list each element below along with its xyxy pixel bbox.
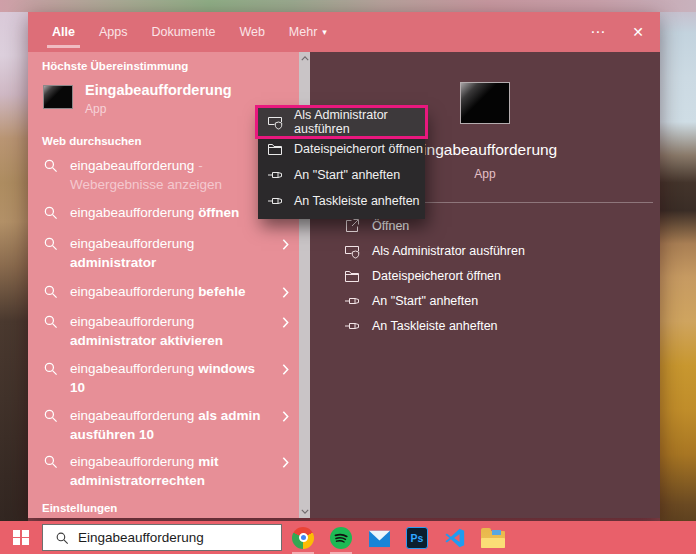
preview-app-subtitle: App xyxy=(474,167,495,181)
web-suggestion[interactable]: eingabeaufforderung administrator aktivi… xyxy=(28,308,299,354)
action-open-file-location[interactable]: Dateispeicherort öffnen xyxy=(310,263,660,288)
search-icon xyxy=(43,282,70,303)
chevron-right-icon[interactable] xyxy=(273,359,297,380)
taskbar-mail[interactable] xyxy=(360,521,398,554)
web-suggestion[interactable]: eingabeaufforderung mit administratorrec… xyxy=(28,448,299,494)
search-icon xyxy=(43,203,70,224)
search-flyout-panel: Alle Apps Dokumente Web Mehr ▾ ⋯ ✕ Höchs… xyxy=(28,12,660,518)
mail-icon xyxy=(368,528,391,548)
search-input[interactable] xyxy=(78,530,281,545)
taskbar-search-box[interactable] xyxy=(42,524,282,551)
taskbar-app-icons: Ps xyxy=(284,521,512,554)
desktop-wallpaper xyxy=(0,0,28,554)
open-icon xyxy=(344,218,361,234)
suggestion-text: eingabeaufforderung administrator aktivi… xyxy=(70,312,273,350)
suggestion-text: eingabeaufforderung administrator xyxy=(70,234,273,272)
chevron-right-icon[interactable] xyxy=(273,406,297,427)
preview-actions: Öffnen Als Administrator ausführen Datei… xyxy=(310,213,660,338)
tab-apps[interactable]: Apps xyxy=(93,12,134,52)
cmd-icon xyxy=(460,82,510,124)
action-pin-to-start[interactable]: An "Start" anheften xyxy=(310,288,660,313)
taskbar-spotify[interactable] xyxy=(322,521,360,554)
cmd-icon xyxy=(43,85,73,109)
web-suggestion[interactable]: eingabeaufforderung befehle xyxy=(28,277,299,308)
action-pin-to-taskbar[interactable]: An Taskleiste anheften xyxy=(310,313,660,338)
taskbar-photoshop[interactable]: Ps xyxy=(398,521,436,554)
section-best-match: Höchste Übereinstimmung xyxy=(28,52,299,77)
admin-shield-icon xyxy=(344,243,361,259)
preview-app-title: Eingabeaufforderung xyxy=(413,141,558,159)
file-explorer-icon xyxy=(481,531,505,548)
search-tabs-header: Alle Apps Dokumente Web Mehr ▾ ⋯ ✕ xyxy=(28,12,660,52)
best-match-title: Eingabeaufforderung xyxy=(85,82,232,98)
best-match-subtitle: App xyxy=(85,102,232,116)
chevron-right-icon[interactable] xyxy=(273,452,297,473)
folder-icon xyxy=(344,268,361,284)
pin-icon xyxy=(267,167,284,183)
tab-alle[interactable]: Alle xyxy=(46,12,81,52)
close-icon[interactable]: ✕ xyxy=(632,24,644,40)
chrome-icon xyxy=(292,527,314,549)
web-suggestion[interactable]: eingabeaufforderung windows 10 xyxy=(28,354,299,402)
more-options-icon[interactable]: ⋯ xyxy=(590,23,606,41)
chevron-right-icon[interactable] xyxy=(273,282,297,303)
web-suggestion[interactable]: eingabeaufforderung administrator xyxy=(28,229,299,277)
search-icon xyxy=(43,156,70,177)
suggestion-text: eingabeaufforderung windows 10 xyxy=(70,359,273,397)
suggestion-text: eingabeaufforderung als admin ausführen … xyxy=(70,406,273,444)
taskbar-chrome[interactable] xyxy=(284,521,322,554)
section-settings: Einstellungen xyxy=(28,494,299,518)
scroll-down-icon[interactable] xyxy=(299,505,310,518)
suggestion-text: eingabeaufforderung befehle xyxy=(70,282,273,301)
pin-icon xyxy=(267,193,284,209)
search-icon xyxy=(43,359,70,380)
chevron-right-icon[interactable] xyxy=(273,234,297,255)
pin-icon xyxy=(344,318,361,334)
vscode-icon xyxy=(444,527,466,549)
search-icon xyxy=(43,452,70,473)
tab-web[interactable]: Web xyxy=(233,12,270,52)
context-menu: Als Administrator ausführen Dateispeiche… xyxy=(258,108,425,219)
spotify-icon xyxy=(330,527,352,549)
context-menu-item-pin-to-taskbar[interactable]: An Taskleiste anheften xyxy=(258,188,425,214)
suggestion-text: eingabeaufforderung - Webergebnisse anze… xyxy=(70,156,273,194)
search-icon xyxy=(43,406,70,427)
photoshop-icon: Ps xyxy=(406,527,428,549)
search-icon xyxy=(55,531,69,545)
context-menu-item-pin-to-start[interactable]: An "Start" anheften xyxy=(258,162,425,188)
action-run-as-admin[interactable]: Als Administrator ausführen xyxy=(310,238,660,263)
chevron-down-icon: ▾ xyxy=(322,27,327,37)
tab-mehr[interactable]: Mehr ▾ xyxy=(283,12,333,52)
windows-logo-icon xyxy=(13,530,29,546)
tab-bar: Alle Apps Dokumente Web Mehr ▾ xyxy=(46,12,345,52)
header-actions: ⋯ ✕ xyxy=(590,12,644,52)
web-suggestion[interactable]: eingabeaufforderung als admin ausführen … xyxy=(28,402,299,448)
taskbar-vscode[interactable] xyxy=(436,521,474,554)
suggestion-text: eingabeaufforderung öffnen xyxy=(70,203,273,222)
best-match-meta: Eingabeaufforderung App xyxy=(85,82,232,118)
search-icon xyxy=(43,234,70,255)
desktop-wallpaper xyxy=(0,0,696,12)
scroll-up-icon[interactable] xyxy=(299,52,310,65)
start-button[interactable] xyxy=(0,521,42,554)
taskbar: Ps xyxy=(0,521,696,554)
admin-shield-icon xyxy=(267,114,284,130)
taskbar-file-explorer[interactable] xyxy=(474,521,512,554)
pin-icon xyxy=(344,293,361,309)
folder-icon xyxy=(267,141,284,157)
context-menu-item-open-file-location[interactable]: Dateispeicherort öffnen xyxy=(258,136,425,162)
tab-dokumente[interactable]: Dokumente xyxy=(145,12,221,52)
desktop-wallpaper xyxy=(660,0,696,554)
chevron-right-icon[interactable] xyxy=(273,312,297,333)
search-icon xyxy=(43,312,70,333)
suggestion-text: eingabeaufforderung mit administratorrec… xyxy=(70,452,273,490)
context-menu-item-run-as-admin[interactable]: Als Administrator ausführen xyxy=(258,108,425,136)
